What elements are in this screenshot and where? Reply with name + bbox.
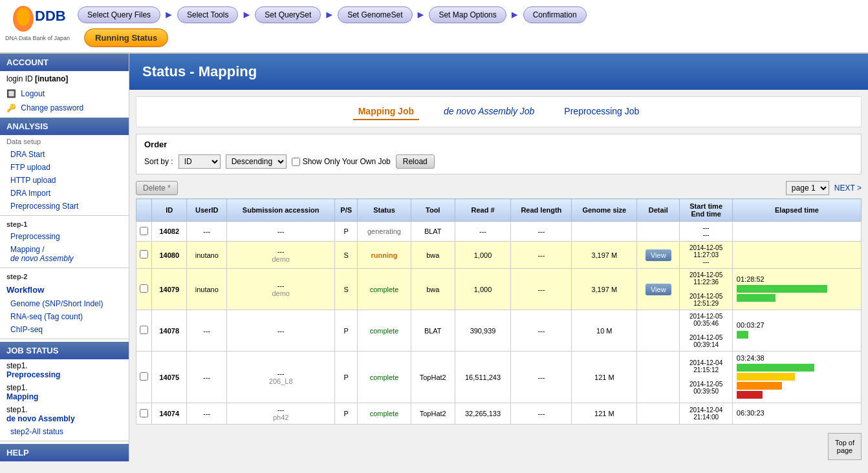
order-section: Order Sort by : ID Date Status Descendin… (136, 134, 862, 174)
row-genomesize-3: 10 M (572, 310, 637, 352)
sort-field-select[interactable]: ID Date Status (179, 154, 221, 169)
row-readnum-0: --- (455, 222, 511, 242)
col-status: Status (358, 199, 411, 222)
col-submission: Submission accession (227, 199, 335, 222)
data-setup-label: Data setup (0, 135, 129, 148)
analysis-header: ANALYSIS (0, 118, 129, 135)
row-ps-1: S (335, 242, 358, 269)
step1-label: step-1 (0, 218, 129, 230)
col-times: Start time End time (680, 199, 732, 222)
workflow-step-4[interactable]: Set Map Options (429, 6, 506, 23)
view-button-2[interactable]: View (646, 284, 671, 295)
top-of-page-button[interactable]: Top of page (828, 433, 862, 460)
row-elapsed-2: 01:28:52 (732, 269, 861, 310)
row-tool-5: TopHat2 (411, 403, 455, 425)
row-userid-4: --- (187, 352, 227, 403)
logout-link[interactable]: Logout (21, 89, 45, 98)
next-button[interactable]: NEXT > (834, 184, 862, 193)
row-submission-3: --- (227, 310, 335, 352)
row-times-0: ------ (680, 222, 732, 242)
row-detail-2[interactable]: View (637, 269, 680, 310)
col-tool: Tool (411, 199, 455, 222)
row-elapsed-5: 06:30:23 (732, 403, 861, 425)
row-readlen-4: --- (511, 352, 572, 403)
rnaseq-link[interactable]: RNA-seq (Tag count) (10, 312, 83, 321)
row-ps-3: P (335, 310, 358, 352)
step1-denovo-label: step1. (6, 405, 28, 414)
step-arrow-0: ► (164, 9, 174, 21)
job-status-header: JOB STATUS (0, 342, 129, 359)
row-genomesize-4: 121 M (572, 352, 637, 403)
view-button-1[interactable]: View (646, 249, 671, 261)
http-upload-link[interactable]: HTTP upload (10, 176, 56, 185)
ftp-upload-link[interactable]: FTP upload (10, 163, 50, 172)
job-tabs: Mapping Job de novo Assembly Job Preproc… (136, 96, 862, 127)
reload-button[interactable]: Reload (396, 154, 435, 169)
step2-all-link[interactable]: step2-All status (10, 427, 63, 436)
order-title: Order (144, 140, 853, 149)
show-own-checkbox[interactable]: Show Only Your Own Job (292, 157, 391, 166)
dra-start-link[interactable]: DRA Start (10, 150, 45, 159)
row-status-1: running (358, 242, 411, 269)
row-userid-1: inutano (187, 242, 227, 269)
row-readnum-1: 1,000 (455, 242, 511, 269)
row-times-2: 2014-12-0511:22:362014-12-0512:51:29 (680, 269, 732, 310)
workflow-step-2[interactable]: Set QuerySet (255, 6, 321, 23)
sort-by-label: Sort by : (144, 157, 173, 166)
genome-snp-link[interactable]: Genome (SNP/Short Indel) (10, 299, 103, 308)
row-checkbox-3[interactable] (136, 310, 152, 352)
svg-point-1 (17, 8, 30, 26)
table-row: 14080inutano---demoSrunningbwa1,000---3,… (136, 242, 862, 269)
workflow-label: Workflow (0, 282, 129, 297)
logout-icon: 🔲 (6, 89, 16, 98)
change-password-link[interactable]: Change password (21, 103, 83, 112)
row-submission-4: ---206_L8 (227, 352, 335, 403)
row-userid-2: inutano (187, 269, 227, 310)
col-detail: Detail (637, 199, 680, 222)
running-status-button[interactable]: Running Status (84, 28, 168, 47)
preprocessing-start-link[interactable]: Preprocessing Start (10, 202, 78, 211)
row-status-3: complete (358, 310, 411, 352)
row-checkbox-0[interactable] (136, 222, 152, 242)
dra-import-link[interactable]: DRA Import (10, 189, 50, 198)
mapping-link[interactable]: Mapping / de novo Assembly (10, 245, 74, 263)
row-readlen-3: --- (511, 310, 572, 352)
row-status-4: complete (358, 352, 411, 403)
row-checkbox-4[interactable] (136, 352, 152, 403)
workflow-step-3[interactable]: Set GenomeSet (338, 6, 412, 23)
row-submission-0: --- (227, 222, 335, 242)
delete-button[interactable]: Delete * (136, 181, 178, 195)
mapping-status-link[interactable]: Mapping (6, 392, 38, 401)
chipseq-link[interactable]: ChIP-seq (10, 325, 43, 334)
step-arrow-1: ► (241, 9, 252, 21)
logo-subtitle: DNA Data Bank of Japan (5, 35, 70, 41)
tab-preprocessing-job[interactable]: Preprocessing Job (559, 103, 644, 120)
row-genomesize-1: 3,197 M (572, 242, 637, 269)
row-tool-3: BLAT (411, 310, 455, 352)
step-arrow-3: ► (416, 9, 426, 21)
preprocessing-status-link[interactable]: Preprocessing (6, 370, 60, 379)
row-detail-0 (637, 222, 680, 242)
step1-mapping-label: step1. (6, 383, 28, 392)
tab-denovo-job[interactable]: de novo Assembly Job (439, 103, 539, 120)
row-detail-5 (637, 403, 680, 425)
login-label: login ID (6, 74, 33, 83)
row-checkbox-1[interactable] (136, 242, 152, 269)
row-detail-1[interactable]: View (637, 242, 680, 269)
workflow-step-0[interactable]: Select Query Files (78, 6, 160, 23)
tab-mapping-job[interactable]: Mapping Job (353, 103, 419, 120)
workflow-step-1[interactable]: Select Tools (177, 6, 238, 23)
preprocessing-link[interactable]: Preprocessing (10, 232, 60, 241)
page-select[interactable]: page 1 page 2 (786, 181, 829, 195)
sort-direction-select[interactable]: Descending Ascending (226, 154, 287, 169)
workflow-step-5[interactable]: Confirmation (523, 6, 587, 23)
table-row: 14074------ph42PcompleteTopHat232,265,13… (136, 403, 862, 425)
col-id: ID (152, 199, 187, 222)
row-checkbox-2[interactable] (136, 269, 152, 310)
row-genomesize-2: 3,197 M (572, 269, 637, 310)
page-title: Status - Mapping (129, 54, 868, 90)
row-checkbox-5[interactable] (136, 403, 152, 425)
denovo-status-link[interactable]: de novo Assembly (6, 414, 75, 423)
row-detail-3 (637, 310, 680, 352)
row-submission-2: ---demo (227, 269, 335, 310)
